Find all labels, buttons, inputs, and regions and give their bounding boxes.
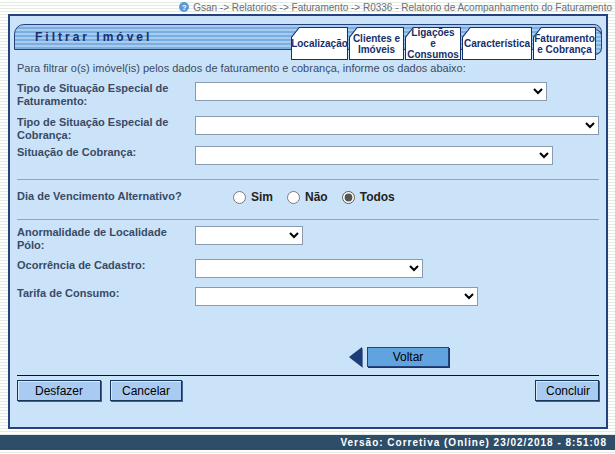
form-content: Para filtrar o(s) imóvel(is) pelos dados… [10, 50, 606, 401]
field-row: Ocorrência de Cadastro: [17, 257, 599, 278]
field-row: Situação de Cobrança: [17, 144, 599, 165]
todos-radio-label[interactable]: Todos [360, 190, 395, 204]
button-divider [17, 375, 599, 376]
back-arrow-icon[interactable] [349, 347, 362, 367]
breadcrumb: ? Gsan -> Relatorios -> Faturamento -> R… [0, 0, 615, 14]
voltar-row: Voltar [17, 347, 599, 367]
dia-vencimento-radio-group: Sim Não Todos [233, 188, 395, 204]
radio-field-row: Dia de Vencimento Alternativo? Sim Não T… [17, 188, 599, 204]
breadcrumb-text: Gsan -> Relatorios -> Faturamento -> R03… [193, 2, 612, 13]
version-text: Versão: Corretiva (Online) 23/02/2018 - … [340, 437, 607, 448]
field-row: Tarifa de Consumo: [17, 285, 599, 306]
sim-radio-label[interactable]: Sim [251, 190, 273, 204]
voltar-button[interactable]: Voltar [367, 347, 449, 367]
radio-option-nao: Não [287, 190, 328, 204]
ocorrencia-cadastro-label: Ocorrência de Cadastro: [17, 257, 195, 272]
anormalidade-localidade-polo-select[interactable] [195, 226, 303, 245]
tipo-situacao-faturamento-label: Tipo de Situação Especial de Faturamento… [17, 80, 195, 108]
help-icon: ? [179, 2, 189, 12]
version-footer: Versão: Corretiva (Online) 23/02/2018 - … [0, 435, 615, 450]
radio-option-sim: Sim [233, 190, 273, 204]
nao-radio-label[interactable]: Não [305, 190, 328, 204]
tipo-situacao-cobranca-select[interactable] [195, 116, 599, 135]
anormalidade-localidade-polo-label: Anormalidade de Localidade Pólo: [17, 224, 195, 252]
page-title: Filtrar Imóvel [35, 30, 152, 44]
radio-option-todos: Todos [342, 190, 395, 204]
field-row: Anormalidade de Localidade Pólo: [17, 224, 599, 252]
field-row: Tipo de Situação Especial de Faturamento… [17, 80, 599, 108]
sim-radio[interactable] [233, 191, 246, 204]
tarifa-consumo-label: Tarifa de Consumo: [17, 285, 195, 300]
ocorrencia-cadastro-select[interactable] [195, 259, 423, 278]
desfazer-button[interactable]: Desfazer [17, 380, 101, 401]
tipo-situacao-faturamento-select[interactable] [195, 82, 547, 101]
filter-panel: Filtrar Imóvel Localização Clientes e Im… [8, 14, 608, 429]
field-row: Tipo de Situação Especial de Cobrança: [17, 114, 599, 142]
dia-vencimento-alternativo-label: Dia de Vencimento Alternativo? [17, 188, 195, 203]
action-button-row: Desfazer Cancelar Concluir [17, 380, 599, 401]
divider [17, 219, 599, 220]
divider [17, 179, 599, 180]
situacao-cobranca-select[interactable] [195, 146, 553, 165]
tarifa-consumo-select[interactable] [195, 287, 478, 306]
tipo-situacao-cobranca-label: Tipo de Situação Especial de Cobrança: [17, 114, 195, 142]
intro-text: Para filtrar o(s) imóvel(is) pelos dados… [17, 62, 599, 75]
cancelar-button[interactable]: Cancelar [110, 380, 182, 401]
todos-radio[interactable] [342, 191, 355, 204]
concluir-button[interactable]: Concluir [535, 380, 599, 401]
situacao-cobranca-label: Situação de Cobrança: [17, 144, 195, 159]
nao-radio[interactable] [287, 191, 300, 204]
